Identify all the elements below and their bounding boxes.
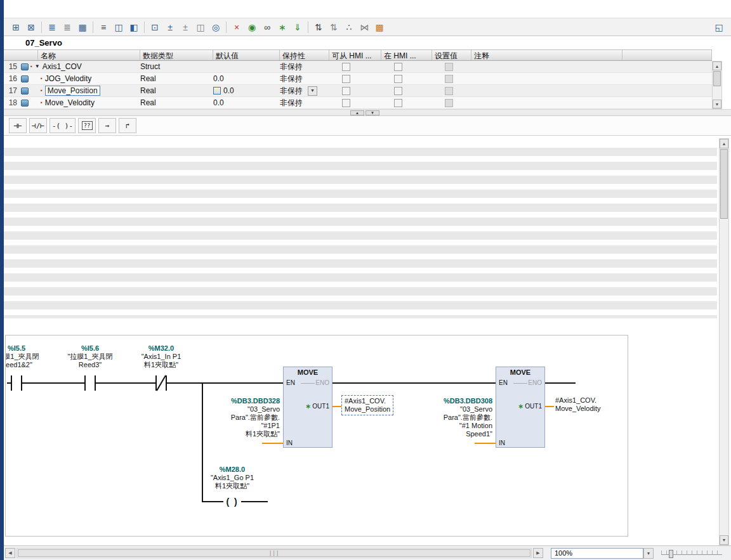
var-default[interactable]: 0.0 [213,97,280,109]
out-operand-selected[interactable]: #Axis1_COV. Move_Position [341,395,393,415]
editor-scrollbar[interactable]: ▲ ▼ [719,138,729,545]
open-branch-icon[interactable]: → [98,118,116,133]
expand-collapse-icon[interactable]: ▼ [35,61,40,72]
scroll-up-icon[interactable]: ▲ [713,62,721,70]
no-contact[interactable] [84,375,96,391]
scroll-up-icon[interactable]: ▲ [720,139,728,148]
coil-icon[interactable]: -( )- [49,118,76,133]
splitter-up-icon[interactable]: ▲ [350,110,364,115]
ladder-network-canvas[interactable]: %I5.5 "拉膜1_夾具閉 Reed1&2" %I5.6 "拉膜1_夾具閉 R… [5,335,628,537]
insert-row-icon[interactable]: ⊞ [9,20,23,34]
find-replace-icon[interactable]: ◎ [209,20,223,34]
setpoint-checkbox[interactable] [445,87,453,95]
nc-contact[interactable] [155,375,167,391]
hmi-visible-checkbox[interactable] [394,99,402,107]
hmi-visible-checkbox[interactable] [394,75,402,83]
var-comment[interactable] [471,97,622,109]
contact-operand[interactable]: %M32.0 "Axis1_In P1 料1夾取點" [120,344,202,369]
modify-value-icon[interactable]: ∗ [275,20,289,34]
zoom-dropdown-icon[interactable]: ▼ [643,548,654,559]
pane-splitter[interactable]: ▲ ▼ [4,109,731,116]
scroll-right-icon[interactable]: ▶ [533,548,543,558]
comment-icon[interactable]: ⊡ [148,20,162,34]
setpoint-checkbox[interactable] [445,99,453,107]
go-online-icon[interactable]: ◉ [245,20,259,34]
var-default[interactable]: 0.0 [213,73,280,85]
cross-reference-icon[interactable]: ⋈ [357,20,371,34]
append-network-icon[interactable]: ≣ [60,20,74,34]
operand-comment-icon[interactable]: ± [178,20,192,34]
var-comment[interactable] [471,85,622,97]
var-datatype[interactable]: Struct [140,61,213,73]
zoom-select[interactable]: 100% [551,548,643,559]
var-name[interactable]: Axis1_COV [43,61,82,72]
contact-operand[interactable]: %I5.6 "拉膜1_夾具閉 Reed3" [49,344,131,369]
var-retain[interactable]: 非保持 [280,97,329,109]
table-row[interactable]: 15 ▪ ▼ Axis1_COV Struct 非保持 [4,61,712,73]
maximize-editor-icon[interactable]: ◱ [712,20,726,34]
download-icon[interactable]: ⇓ [291,20,305,34]
var-name[interactable]: JOG_Velodity [45,73,91,84]
hmi-access-checkbox[interactable] [342,87,350,95]
no-contact-icon[interactable]: ⊣⊢ [9,118,27,133]
table-scrollbar[interactable]: ▲ ▼ [712,61,722,109]
nc-contact-icon[interactable]: ⊣/⊢ [29,118,47,133]
var-comment[interactable] [471,61,622,73]
table-row[interactable]: 16 ▪ JOG_Velodity Real 0.0 非保持 [4,73,712,85]
go-offline-icon[interactable]: × [230,20,244,34]
var-name-input[interactable]: Move_Position [45,86,100,96]
move-block[interactable]: MOVE EN ENO ∗ OUT1 IN [496,367,545,448]
zoom-slider-thumb[interactable] [669,550,673,558]
var-name[interactable]: Move_Velodity [45,97,95,108]
var-retain[interactable]: 非保持 [280,61,329,73]
scrollbar-thumb[interactable]: ∣∣∣ [18,549,530,557]
output-coil[interactable]: ( ) [223,495,241,509]
in-operand[interactable]: %DB3.DBD308 "03_Servo Para".當前參數. "#1 Mo… [409,397,492,438]
splitter-down-icon[interactable]: ▼ [366,110,379,115]
collapsed-networks-list[interactable] [4,142,717,318]
call-structure-icon[interactable]: ∴ [342,20,356,34]
split-editor-icon[interactable]: ◫ [112,20,126,34]
open-db-icon[interactable]: ▦ [76,20,89,34]
var-retain[interactable]: 非保持 [280,86,303,95]
empty-box-icon[interactable]: ?? [78,118,96,133]
insert-network-icon[interactable]: ≣ [45,20,59,34]
sort-descending-icon[interactable]: ⇅ [327,20,341,34]
monitoring-icon[interactable]: ∞ [260,20,274,34]
close-branch-icon[interactable]: ↱ [119,118,136,133]
hmi-visible-checkbox[interactable] [394,87,402,95]
scroll-down-icon[interactable]: ▼ [720,535,728,545]
hmi-access-checkbox[interactable] [342,63,350,71]
table-row[interactable]: 18 ▪ Move_Velodity Real 0.0 非保持 [4,97,712,109]
retain-dropdown-icon[interactable]: ▼ [308,86,317,96]
start-value-icon[interactable] [213,87,221,94]
hmi-access-checkbox[interactable] [342,75,350,83]
var-comment[interactable] [471,73,622,85]
horizontal-scrollbar[interactable]: ∣∣∣ [16,548,532,558]
var-retain[interactable]: 非保持 [280,73,329,85]
var-default[interactable]: 0.0 [223,86,234,95]
table-row-selected[interactable]: 17 ▪ Move_Position Real 0.0 非保持▼ [4,85,712,97]
network-region-icon[interactable]: ◫ [194,20,207,34]
hmi-access-checkbox[interactable] [342,99,350,107]
settings-icon[interactable]: ▩ [372,20,386,34]
scroll-down-icon[interactable]: ▼ [713,100,721,108]
out-operand[interactable]: #Axis1_COV. Move_Velodity [555,396,601,413]
sort-ascending-icon[interactable]: ⇅ [312,20,326,34]
move-block[interactable]: MOVE EN ENO ∗ OUT1 IN [283,367,333,448]
outline-icon[interactable]: ≡ [96,20,110,34]
delete-row-icon[interactable]: ⊠ [24,20,38,34]
var-default[interactable] [213,61,280,73]
scrollbar-thumb[interactable] [713,71,721,86]
var-datatype[interactable]: Real [140,97,213,109]
setpoint-checkbox[interactable] [445,63,453,71]
coil-operand[interactable]: %M28.0 "Axis1_Go P1 料1夾取點" [191,466,273,490]
var-datatype[interactable]: Real [140,85,213,97]
setpoint-checkbox[interactable] [445,75,453,83]
scroll-left-icon[interactable]: ◀ [5,548,15,558]
modify-value-icon[interactable]: ∗ [518,403,523,410]
symbol-info-icon[interactable]: ± [163,20,177,34]
no-contact[interactable] [11,375,22,391]
modify-value-icon[interactable]: ∗ [305,403,310,410]
hmi-visible-checkbox[interactable] [394,63,402,71]
